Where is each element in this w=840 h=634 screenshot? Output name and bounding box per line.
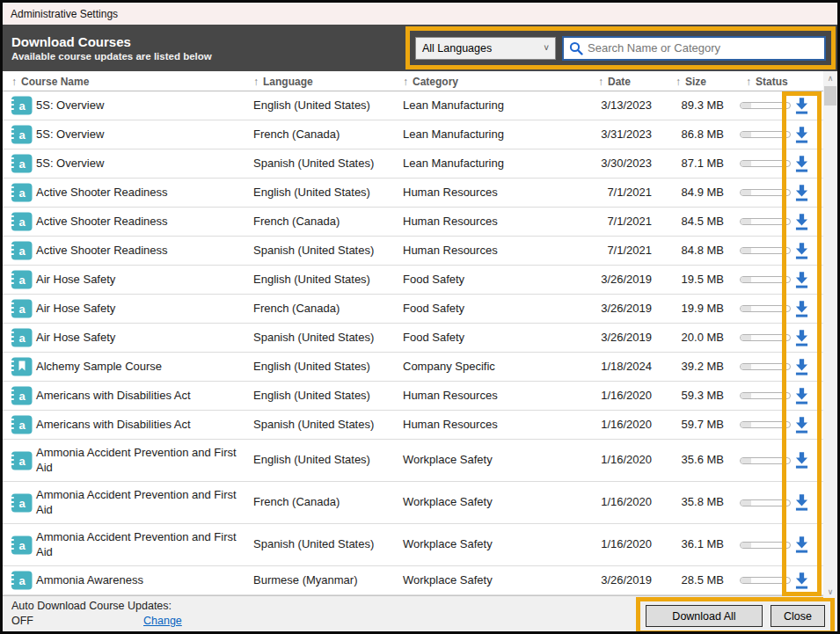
search-input[interactable] xyxy=(588,41,819,55)
course-language: French (Canada) xyxy=(253,482,398,523)
column-header-status[interactable]: ↑Status xyxy=(746,71,788,91)
vertical-scrollbar[interactable]: ∧ ∨ xyxy=(823,71,837,598)
svg-text:a: a xyxy=(18,497,26,510)
download-icon[interactable] xyxy=(793,97,811,115)
column-header-label: Size xyxy=(685,76,706,88)
course-name: 5S: Overview xyxy=(36,120,247,149)
status-cell xyxy=(740,120,791,149)
course-icon: a xyxy=(10,440,34,481)
change-link[interactable]: Change xyxy=(143,615,182,627)
scrollbar-track[interactable] xyxy=(823,84,837,585)
download-icon[interactable] xyxy=(793,300,811,318)
download-cell xyxy=(788,91,814,120)
course-language: French (Canada) xyxy=(253,295,398,323)
download-icon[interactable] xyxy=(793,242,811,260)
footer-buttons-highlight-box: Download All Close xyxy=(636,597,835,634)
administrative-settings-window: Administrative Settings Download Courses… xyxy=(0,0,840,634)
download-cell xyxy=(788,179,814,207)
course-size: 59.7 MB xyxy=(656,411,724,439)
download-icon[interactable] xyxy=(793,416,811,434)
course-date: 7/1/2021 xyxy=(577,208,652,236)
column-header-date[interactable]: ↑Date xyxy=(598,71,631,91)
download-icon[interactable] xyxy=(793,387,811,405)
status-cell xyxy=(740,237,791,265)
course-category: Workplace Safety xyxy=(403,440,574,481)
course-size: 19.9 MB xyxy=(656,295,724,323)
course-date: 1/18/2024 xyxy=(577,353,652,381)
search-box[interactable] xyxy=(562,36,826,61)
status-progress-bar xyxy=(740,276,791,283)
course-name: Air Hose Safety xyxy=(36,295,247,323)
scrollbar-thumb[interactable] xyxy=(824,86,836,106)
footer-bar: Auto Download Course Updates: OFF Change… xyxy=(3,595,837,631)
course-language: Spanish (United States) xyxy=(253,411,398,439)
course-name: Ammonia Accident Prevention and First Ai… xyxy=(36,440,247,481)
course-size: 84.9 MB xyxy=(656,179,724,207)
download-icon[interactable] xyxy=(793,126,811,144)
language-filter-dropdown[interactable]: All Languages ˅ xyxy=(415,37,556,60)
status-progress-fill xyxy=(741,219,751,224)
column-header-name[interactable]: ↑Course Name xyxy=(11,71,89,91)
download-icon[interactable] xyxy=(793,451,811,470)
scroll-down-button[interactable]: ∨ xyxy=(823,585,837,598)
status-progress-bar xyxy=(740,363,791,370)
download-icon[interactable] xyxy=(793,572,811,590)
column-header-language[interactable]: ↑Language xyxy=(253,71,313,91)
table-row: aAmericans with Disabilities ActEnglish … xyxy=(3,382,837,411)
download-icon[interactable] xyxy=(793,493,811,512)
course-language: Burmese (Myanmar) xyxy=(253,566,398,594)
status-progress-fill xyxy=(741,335,751,340)
course-icon: a xyxy=(10,566,34,594)
course-language: Spanish (United States) xyxy=(253,237,398,265)
column-header-size[interactable]: ↑Size xyxy=(676,71,706,91)
course-language: Spanish (United States) xyxy=(253,149,398,178)
course-icon: a xyxy=(10,120,34,149)
download-all-button[interactable]: Download All xyxy=(646,605,763,627)
course-name: Americans with Disabilities Act xyxy=(36,382,247,410)
course-language: Spanish (United States) xyxy=(253,524,398,565)
course-language: English (United States) xyxy=(253,353,398,381)
column-header-category[interactable]: ↑Category xyxy=(403,71,458,91)
course-icon: a xyxy=(10,482,34,523)
status-cell xyxy=(740,179,791,207)
course-category: Company Specific xyxy=(403,353,574,381)
course-size: 28.5 MB xyxy=(656,566,724,594)
course-table: a5S: OverviewEnglish (United States)Lean… xyxy=(3,91,837,595)
status-progress-bar xyxy=(740,131,791,138)
table-row: aAir Hose SafetyEnglish (United States)F… xyxy=(3,266,837,295)
course-category: Food Safety xyxy=(403,266,574,294)
course-category: Lean Manufacturing xyxy=(403,149,574,178)
course-icon: a xyxy=(10,382,34,410)
status-progress-fill xyxy=(741,306,751,311)
download-icon[interactable] xyxy=(793,213,811,231)
status-progress-bar xyxy=(740,392,791,399)
course-icon: a xyxy=(10,237,34,265)
course-language: English (United States) xyxy=(253,440,398,481)
status-progress-bar xyxy=(740,499,791,506)
download-icon[interactable] xyxy=(793,184,811,202)
course-size: 19.5 MB xyxy=(656,266,724,294)
course-icon: a xyxy=(10,266,34,294)
status-cell xyxy=(740,149,791,178)
download-icon[interactable] xyxy=(793,536,811,554)
header-titles: Download Courses Available course update… xyxy=(11,34,212,62)
download-icon[interactable] xyxy=(793,329,811,347)
download-icon[interactable] xyxy=(793,155,811,173)
table-row: aAmericans with Disabilities ActSpanish … xyxy=(3,411,837,440)
status-progress-fill xyxy=(741,543,751,548)
course-size: 35.6 MB xyxy=(656,440,724,481)
status-progress-bar xyxy=(740,189,791,196)
course-size: 59.3 MB xyxy=(656,382,724,410)
svg-text:a: a xyxy=(18,390,26,403)
status-progress-fill xyxy=(741,578,751,583)
sort-ascending-icon: ↑ xyxy=(253,76,259,88)
download-icon[interactable] xyxy=(793,271,811,289)
course-date: 3/26/2019 xyxy=(577,266,652,294)
download-cell xyxy=(788,353,814,381)
status-progress-bar xyxy=(740,457,791,464)
svg-text:a: a xyxy=(18,99,26,113)
course-category: Food Safety xyxy=(403,324,574,352)
download-icon[interactable] xyxy=(793,358,811,376)
close-button[interactable]: Close xyxy=(771,605,825,627)
scroll-up-button[interactable]: ∧ xyxy=(823,71,837,84)
